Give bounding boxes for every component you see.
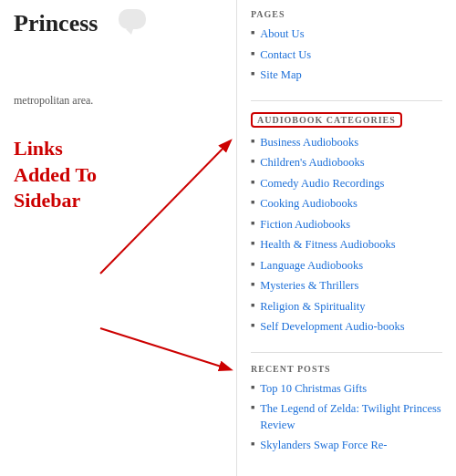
self-development-link[interactable]: Self Development Audio-books: [260, 319, 404, 336]
skylanders-link[interactable]: Skylanders Swap Force Re-: [260, 438, 387, 454]
audiobook-categories-heading: AUDIOBOOK CATEGORIES: [251, 112, 402, 128]
zelda-review-link[interactable]: The Legend of Zelda: Twilight Princess R…: [260, 401, 442, 433]
svg-line-1: [100, 328, 230, 369]
recent-posts-list: Top 10 Christmas Gifts The Legend of Zel…: [251, 381, 442, 454]
contact-us-link[interactable]: Contact Us: [260, 47, 311, 64]
excerpt-text: metropolitan area.: [14, 92, 223, 109]
list-item: Children's Audiobooks: [251, 155, 442, 171]
list-item: About Us: [251, 26, 442, 43]
audiobook-categories-list: Business Audiobooks Children's Audiobook…: [251, 135, 442, 336]
recent-posts-section: RECENT POSTS Top 10 Christmas Gifts The …: [251, 364, 442, 454]
list-item: Comedy Audio Recordings: [251, 176, 442, 192]
list-item: Self Development Audio-books: [251, 319, 442, 336]
list-item: Health & Fitness Audiobooks: [251, 237, 442, 254]
arrows-overlay: [0, 0, 237, 476]
annotation-label: Links Added To Sidebar: [14, 136, 223, 214]
about-us-link[interactable]: About Us: [260, 26, 304, 43]
list-item: Contact Us: [251, 47, 442, 64]
pages-list: About Us Contact Us Site Map: [251, 26, 442, 84]
pages-section: PAGES About Us Contact Us Site Map: [251, 9, 442, 84]
content-area: Princess metropolitan area. Links Added …: [0, 0, 237, 476]
audiobook-categories-section: AUDIOBOOK CATEGORIES Business Audiobooks…: [251, 112, 442, 336]
comedy-audio-link[interactable]: Comedy Audio Recordings: [260, 176, 384, 192]
main-layout: Princess metropolitan area. Links Added …: [0, 0, 456, 476]
religion-spirituality-link[interactable]: Religion & Spirituality: [260, 299, 365, 316]
health-fitness-link[interactable]: Health & Fitness Audiobooks: [260, 237, 395, 254]
recent-posts-heading: RECENT POSTS: [251, 364, 442, 374]
pages-heading: PAGES: [251, 9, 442, 19]
list-item: Top 10 Christmas Gifts: [251, 381, 442, 398]
divider-2: [251, 352, 442, 353]
sidebar: PAGES About Us Contact Us Site Map AUDIO…: [237, 0, 456, 476]
list-item: Mysteries & Thrillers: [251, 278, 442, 295]
annotation-box: Links Added To Sidebar: [14, 136, 223, 214]
childrens-audiobooks-link[interactable]: Children's Audiobooks: [260, 155, 364, 171]
comment-bubble: [119, 9, 146, 29]
list-item: Cooking Audiobooks: [251, 196, 442, 212]
list-item: The Legend of Zelda: Twilight Princess R…: [251, 401, 442, 433]
list-item: Religion & Spirituality: [251, 299, 442, 316]
site-map-link[interactable]: Site Map: [260, 67, 301, 84]
divider: [251, 100, 442, 101]
list-item: Language Audiobooks: [251, 258, 442, 274]
page-title: Princess: [14, 9, 223, 37]
cooking-audiobooks-link[interactable]: Cooking Audiobooks: [260, 196, 358, 212]
mysteries-thrillers-link[interactable]: Mysteries & Thrillers: [260, 278, 358, 295]
list-item: Business Audiobooks: [251, 135, 442, 151]
list-item: Site Map: [251, 67, 442, 84]
list-item: Fiction Audiobooks: [251, 217, 442, 233]
christmas-gifts-link[interactable]: Top 10 Christmas Gifts: [260, 381, 367, 398]
language-audiobooks-link[interactable]: Language Audiobooks: [260, 258, 363, 274]
fiction-audiobooks-link[interactable]: Fiction Audiobooks: [260, 217, 350, 233]
business-audiobooks-link[interactable]: Business Audiobooks: [260, 135, 358, 151]
list-item: Skylanders Swap Force Re-: [251, 438, 442, 454]
